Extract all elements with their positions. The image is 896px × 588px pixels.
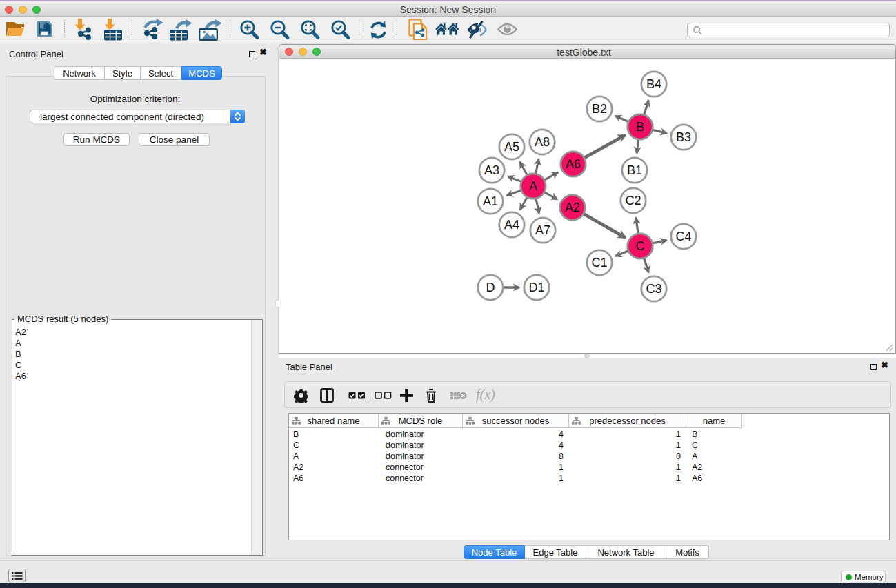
svg-text:B2: B2 [592, 102, 607, 116]
svg-text:C2: C2 [625, 194, 641, 207]
svg-text:D1: D1 [528, 281, 544, 294]
svg-text:B1: B1 [627, 163, 642, 177]
svg-text:B3: B3 [676, 130, 691, 144]
svg-text:A1: A1 [483, 194, 498, 208]
svg-text:A7: A7 [535, 223, 550, 237]
svg-text:C1: C1 [591, 256, 607, 270]
svg-text:C: C [636, 239, 645, 253]
svg-text:B: B [636, 120, 644, 134]
svg-text:A6: A6 [566, 157, 581, 171]
svg-text:C4: C4 [675, 230, 691, 243]
svg-text:D: D [486, 281, 495, 294]
svg-text:A4: A4 [504, 218, 519, 232]
svg-text:A2: A2 [565, 201, 580, 214]
svg-text:A5: A5 [504, 140, 519, 154]
svg-text:A8: A8 [535, 135, 550, 149]
svg-text:A: A [529, 179, 537, 193]
svg-text:C3: C3 [646, 282, 661, 296]
svg-text:A3: A3 [484, 163, 499, 177]
svg-text:B4: B4 [646, 77, 661, 91]
